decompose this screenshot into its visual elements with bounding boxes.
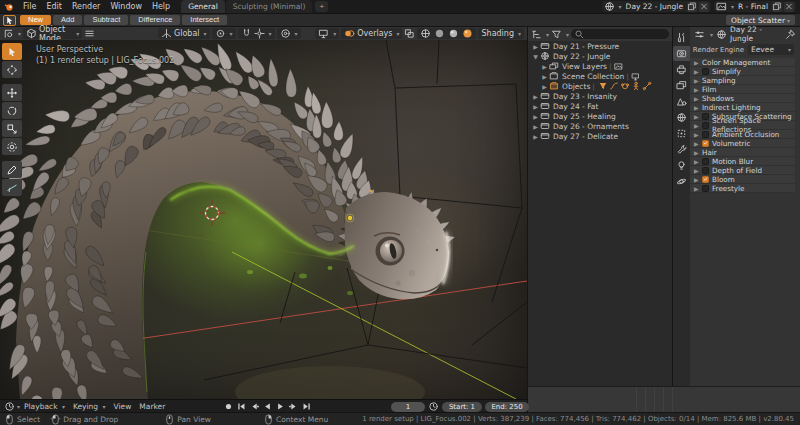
menu-window[interactable]: Window: [105, 0, 147, 13]
menu-render[interactable]: Render: [67, 0, 105, 13]
volumetric-checkbox[interactable]: [702, 140, 709, 147]
disclosure-triangle-icon[interactable]: ▶: [531, 123, 540, 130]
panel-expand-icon[interactable]: ▶: [694, 68, 702, 75]
panel-color-management[interactable]: ▶Color Management: [690, 58, 795, 67]
scene-selector[interactable]: ▾ Day 22 - Jungle: [602, 1, 711, 12]
outliner-item-day-27-delicate[interactable]: ▶Day 27 - Delicate: [528, 131, 672, 141]
gizmos-dropdown[interactable]: ▾: [315, 28, 339, 39]
timeline-menu-view[interactable]: View: [110, 402, 136, 411]
shading-dropdown[interactable]: Shading▾: [478, 28, 524, 39]
difference-button[interactable]: Difference: [130, 15, 180, 25]
properties-tab-world[interactable]: [673, 110, 690, 125]
freestyle-checkbox[interactable]: [702, 185, 709, 192]
intersect-button[interactable]: Intersect: [182, 15, 227, 25]
timeline-menu-playback[interactable]: Playback ▾: [20, 402, 69, 411]
scene-browse-icon[interactable]: [604, 1, 615, 12]
mesh-object-icon[interactable]: [598, 81, 608, 91]
disclosure-triangle-icon[interactable]: ▶: [531, 113, 540, 120]
menu-help[interactable]: Help: [147, 0, 175, 13]
properties-tab-tool[interactable]: [673, 30, 690, 45]
properties-tab-physics[interactable]: [673, 174, 690, 189]
panel-freestyle[interactable]: ▶Freestyle: [690, 184, 795, 193]
scene-name[interactable]: Day 22 - Jungle: [624, 2, 685, 11]
tool-transform-button[interactable]: [2, 138, 22, 155]
panel-expand-icon[interactable]: ▶: [694, 149, 702, 156]
search-input[interactable]: [587, 31, 666, 38]
xray-toggle-icon[interactable]: [404, 28, 415, 39]
armature-object-icon[interactable]: [631, 81, 641, 91]
panel-expand-icon[interactable]: ▶: [694, 167, 702, 174]
panel-expand-icon[interactable]: ▶: [694, 158, 702, 165]
outliner-item-day-26-ornaments[interactable]: ▶Day 26 - Ornaments: [528, 121, 672, 131]
workspace-tab-sculpting-minimal-[interactable]: Sculpting (Minimal): [226, 0, 313, 13]
subsurface-scattering-checkbox[interactable]: [702, 113, 709, 120]
panel-expand-icon[interactable]: ▶: [694, 86, 702, 93]
properties-editor-type-icon[interactable]: [694, 29, 705, 40]
snap-dropdown[interactable]: ▾: [238, 28, 275, 39]
previous-keyframe-button[interactable]: [248, 401, 261, 413]
subtract-button[interactable]: Subtract: [84, 15, 128, 25]
panel-expand-icon[interactable]: ▶: [694, 185, 702, 192]
jump-to-end-button[interactable]: [300, 401, 313, 413]
properties-tab-modifiers[interactable]: [673, 142, 690, 157]
menu-edit[interactable]: Edit: [41, 0, 67, 13]
active-tool-icon[interactable]: [3, 15, 16, 26]
record-button[interactable]: [222, 401, 235, 413]
play-button[interactable]: [274, 401, 287, 413]
new-button[interactable]: New: [20, 15, 51, 25]
tool-rotate-button[interactable]: [2, 102, 22, 119]
proportional-edit-icon[interactable]: [280, 28, 291, 39]
shading-solid-icon[interactable]: [434, 28, 445, 39]
properties-tab-render[interactable]: [673, 46, 690, 61]
disclosure-triangle-icon[interactable]: ▶: [540, 83, 549, 90]
tool-annotate-button[interactable]: [2, 161, 22, 178]
tool-move-button[interactable]: [2, 84, 22, 101]
tool-cursor-button[interactable]: [2, 61, 22, 78]
disclosure-triangle-icon[interactable]: ▶: [531, 93, 540, 100]
disclosure-triangle-icon[interactable]: ▶: [531, 133, 540, 140]
blender-logo-icon[interactable]: [4, 1, 15, 12]
panel-expand-icon[interactable]: ▶: [694, 59, 702, 66]
outliner-editor-type-icon[interactable]: [531, 29, 542, 40]
disclosure-triangle-icon[interactable]: ▶: [540, 63, 549, 70]
outliner-item-day-22-jungle[interactable]: ▼Day 22 - Jungle: [528, 51, 672, 61]
timeline-menu-marker[interactable]: Marker: [135, 402, 169, 411]
outliner-item-scene-collection[interactable]: ▶Scene Collection|: [528, 71, 672, 81]
delete-scene-button[interactable]: [699, 2, 709, 12]
pivot-dropdown[interactable]: ▾: [212, 28, 236, 39]
shading-rendered-icon[interactable]: [462, 28, 473, 39]
start-frame-field[interactable]: Start: 1: [442, 402, 482, 412]
panel-expand-icon[interactable]: ▶: [694, 176, 702, 183]
disclosure-triangle-icon[interactable]: ▶: [531, 43, 540, 50]
outliner-item-day-21-pressure[interactable]: ▶Day 21 - Pressure: [528, 41, 672, 51]
properties-tab-view-layer[interactable]: [673, 78, 690, 93]
panel-expand-icon[interactable]: ▶: [694, 95, 702, 102]
new-view-layer-button[interactable]: [772, 2, 782, 12]
proportional-dropdown[interactable]: ▾: [277, 28, 301, 39]
bone-object-icon[interactable]: [642, 81, 652, 91]
editor-type-icon[interactable]: [3, 28, 14, 39]
tool-scale-button[interactable]: [2, 120, 22, 137]
disclosure-triangle-icon[interactable]: ▼: [531, 53, 540, 60]
outliner-item-objects[interactable]: ▶Objects|: [528, 81, 672, 91]
properties-tab-scene[interactable]: [673, 94, 690, 109]
end-frame-field[interactable]: End: 250: [485, 402, 529, 412]
panel-expand-icon[interactable]: ▶: [694, 140, 702, 147]
disclosure-triangle-icon[interactable]: ▶: [540, 73, 549, 80]
snap-magnet-icon[interactable]: [241, 28, 252, 39]
screen-space-reflections-checkbox[interactable]: [702, 122, 709, 129]
properties-tab-object[interactable]: [673, 126, 690, 141]
shading-wireframe-icon[interactable]: [420, 28, 431, 39]
shading-material-icon[interactable]: [448, 28, 459, 39]
next-keyframe-button[interactable]: [287, 401, 300, 413]
orientation-dropdown[interactable]: Global▾: [158, 28, 210, 39]
outliner-item-day-24-fat[interactable]: ▶Day 24 - Fat: [528, 101, 672, 111]
jump-to-start-button[interactable]: [235, 401, 248, 413]
panel-expand-icon[interactable]: ▶: [694, 131, 702, 138]
simplify-checkbox[interactable]: [702, 68, 709, 75]
delete-view-layer-button[interactable]: [784, 2, 794, 12]
timeline-menu-keying[interactable]: Keying ▾: [69, 402, 110, 411]
object-scatter-dropdown[interactable]: Object Scatter▾: [726, 15, 795, 25]
motion-blur-checkbox[interactable]: [702, 158, 709, 165]
panel-expand-icon[interactable]: ▶: [694, 113, 702, 120]
